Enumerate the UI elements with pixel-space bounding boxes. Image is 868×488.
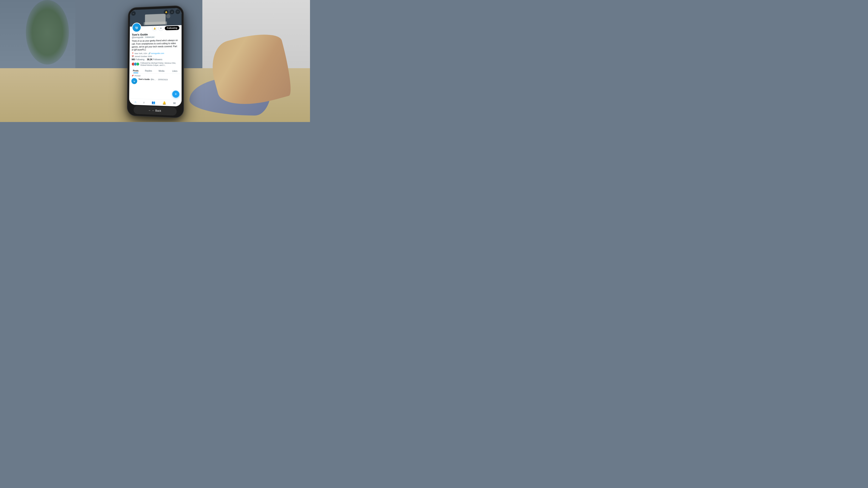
following-stat[interactable]: 985 Following [131,58,145,61]
scene-container: ← 🔔 ⌕ ··· tg [0,0,310,122]
join-date-meta: 📅 Joined October 2008 [131,55,152,58]
tweet-feed: 📌 Pinned tg Tom's Guide @to... · 25/05/2… [129,73,182,100]
link-icon: 🔗 [148,52,151,55]
notification-icon-cover[interactable]: 🔔 [164,10,168,14]
tweet-row[interactable]: tg Tom's Guide @to... · 25/05/2023 [129,77,182,86]
tweet-avatar: tg [131,78,137,84]
followers-stat[interactable]: 38.2K Followers [147,58,162,61]
followed-by-text: Followed by Michael Fisher, Monica Chin,… [141,62,179,66]
back-button-label: ← Back [152,109,161,112]
tab-replies[interactable]: Replies [142,68,155,73]
following-button[interactable]: Following [165,26,179,30]
phone-device: ← 🔔 ⌕ ··· tg [127,6,183,118]
back-icon[interactable]: ← [131,11,135,16]
tab-media[interactable]: Media [155,68,168,73]
followed-avatars [131,62,140,66]
profile-bio: Think of us as your geeky friend who's a… [132,39,179,51]
follows-you-badge: Follows you [145,36,155,38]
phone-bottom-bar[interactable]: ← ← Back [133,106,177,116]
profile-meta: 📍 New York, USA 🔗 tomsguide.com [131,52,179,55]
phone-back-button[interactable]: ← ← Back [148,109,161,112]
stats-row: 985 Following 38.2K Followers [131,58,179,61]
tab-likes[interactable]: Likes [168,68,182,73]
search-icon-cover[interactable]: ⌕ [169,9,175,14]
tweet-content: Tom's Guide @to... · 25/05/2023 [138,78,168,85]
profile-actions: 🔔 ✉ Following [152,25,179,32]
location-meta: 📍 New York, USA [131,52,147,55]
joined-meta: 📅 Joined October 2008 [131,55,179,58]
back-arrow-icon: ← [148,109,151,112]
nav-bell-icon[interactable]: 🔔 [162,101,166,104]
followed-by-row: Followed by Michael Fisher, Monica Chin,… [131,62,179,66]
background-plant [26,0,69,65]
nav-people-icon[interactable]: 👥 [152,100,155,104]
notify-button[interactable]: 🔔 [152,26,157,31]
profile-tabs: Posts Replies Media Likes [129,68,182,74]
nav-mail-icon[interactable]: ✉ [173,101,176,105]
location-icon: 📍 [131,52,134,55]
website-meta[interactable]: 🔗 tomsguide.com [148,52,164,54]
pin-icon: 📌 [131,74,134,76]
nav-search-icon[interactable]: ⌕ [143,100,145,104]
phone-screen: ← 🔔 ⌕ ··· tg [129,8,182,106]
profile-avatar: tg [132,22,141,32]
nav-home-icon[interactable]: ⌂ [134,100,136,103]
cover-icons-right: 🔔 ⌕ ··· [164,9,180,14]
profile-handle: @tomsguide [132,36,143,38]
compose-fab[interactable]: + [172,90,179,98]
more-icon-cover[interactable]: ··· [176,9,180,14]
calendar-icon: 📅 [131,55,134,58]
twitter-app-screen: ← 🔔 ⌕ ··· tg [129,8,182,106]
followed-avatar-3 [136,62,140,66]
tweet-meta: Tom's Guide @to... · 25/05/2023 [138,78,168,81]
tab-posts[interactable]: Posts [129,68,142,73]
profile-area: tg 🔔 ✉ Following Tom's Guide @tomsguide … [129,25,182,68]
message-button[interactable]: ✉ [158,26,164,31]
avatar-row: tg 🔔 ✉ Following [132,21,179,32]
